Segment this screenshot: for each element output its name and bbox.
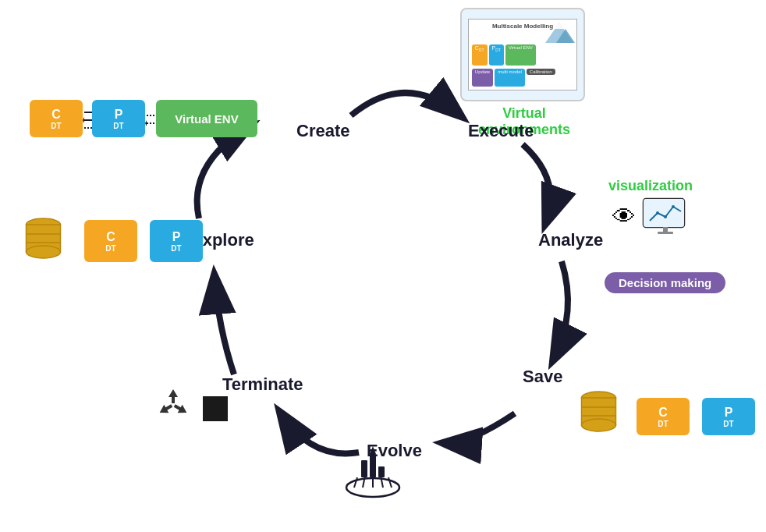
svg-rect-32 bbox=[370, 454, 376, 477]
svg-line-27 bbox=[363, 476, 365, 488]
create-cdt-box: CDT bbox=[30, 100, 83, 137]
analyze-label: Analyze bbox=[538, 230, 603, 250]
eye-icon: 👁 bbox=[612, 204, 636, 230]
svg-point-17 bbox=[672, 205, 675, 208]
svg-line-26 bbox=[354, 477, 357, 488]
visualization-area: visualization 👁 bbox=[608, 178, 693, 236]
virtual-env-image: Multiscale Modelling CDT PDT Virtual ENV… bbox=[460, 8, 585, 101]
svg-point-37 bbox=[27, 246, 61, 258]
svg-marker-6 bbox=[83, 117, 84, 123]
recycle-icon bbox=[154, 386, 192, 431]
svg-rect-33 bbox=[378, 466, 385, 477]
svg-marker-34 bbox=[370, 446, 376, 454]
terminate-stop-square bbox=[203, 396, 228, 421]
svg-point-16 bbox=[664, 215, 667, 218]
svg-marker-2 bbox=[555, 23, 564, 29]
create-pdt-box: PDT bbox=[92, 100, 145, 137]
explore-pdt-box: PDT bbox=[150, 220, 203, 262]
svg-line-29 bbox=[381, 476, 383, 488]
create-venv-box: Virtual ENV bbox=[156, 100, 257, 137]
svg-point-15 bbox=[656, 211, 659, 215]
viz-icons-row: 👁 bbox=[612, 197, 689, 236]
svg-rect-19 bbox=[658, 232, 673, 234]
monitor-chart-icon bbox=[642, 197, 689, 236]
execute-label: Execute bbox=[468, 121, 534, 141]
save-pdt-box: PDT bbox=[702, 398, 755, 435]
create-label: Create bbox=[296, 121, 349, 141]
decision-making-badge: Decision making bbox=[605, 272, 725, 293]
svg-point-22 bbox=[582, 419, 616, 431]
svg-marker-12 bbox=[145, 120, 147, 126]
save-cdt-box: CDT bbox=[637, 398, 690, 435]
svg-line-30 bbox=[388, 477, 392, 488]
save-db-icon bbox=[577, 390, 620, 437]
terminate-label: Terminate bbox=[222, 374, 303, 395]
visualization-label: visualization bbox=[608, 178, 693, 194]
svg-rect-18 bbox=[663, 227, 668, 232]
svg-rect-14 bbox=[644, 199, 684, 227]
diagram-container: Multiscale Modelling CDT PDT Virtual ENV… bbox=[0, 0, 766, 532]
explore-db-icon bbox=[22, 217, 65, 264]
explore-cdt-box: CDT bbox=[84, 220, 137, 262]
evolve-icon bbox=[342, 445, 404, 509]
save-label: Save bbox=[523, 367, 562, 387]
svg-rect-31 bbox=[361, 460, 367, 477]
